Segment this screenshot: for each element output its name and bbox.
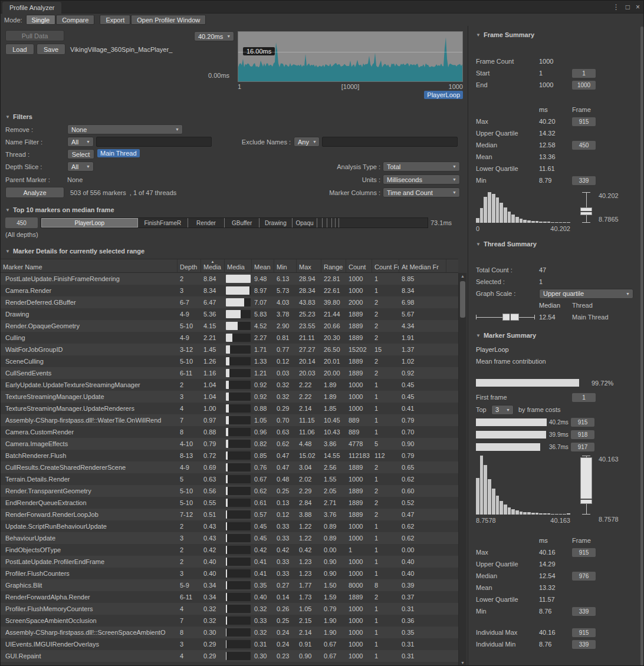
top10-segment[interactable] <box>323 218 327 228</box>
maximize-icon[interactable]: □ <box>626 3 630 11</box>
table-row[interactable]: Graphics.Blit5-90.340.350.271.771.508000… <box>1 579 458 591</box>
frame-link-chip[interactable]: 339 <box>572 607 596 616</box>
table-row[interactable]: PostLateUpdate.ProfilerEndFrame20.400.41… <box>1 556 458 568</box>
table-scrollbar[interactable]: ▲ ▼ <box>458 273 466 666</box>
exclude-scope-dropdown[interactable]: Any ▼ <box>294 137 320 147</box>
frame-link-chip[interactable]: 915 <box>572 117 596 126</box>
table-row[interactable]: Culling4-92.212.270.8121.1120.30188921.9… <box>1 332 458 344</box>
exclude-names-input[interactable] <box>322 137 458 147</box>
table-row[interactable]: WaitForJobGroupID3-121.451.710.7727.2726… <box>1 344 458 355</box>
panel-scrollbar[interactable] <box>640 27 643 665</box>
table-row[interactable]: PostLateUpdate.FinishFrameRendering28.84… <box>1 273 458 285</box>
tab-profile-analyzer[interactable]: Profile Analyzer <box>2 2 61 14</box>
export-button[interactable]: Export <box>100 15 130 25</box>
table-row[interactable]: Assembly-CSharp-firstpass.dll!::ScreenSp… <box>1 627 458 638</box>
open-profiler-window-button[interactable]: Open Profiler Window <box>131 15 206 25</box>
frame-link-chip[interactable]: 450 <box>572 141 596 150</box>
mode-single-button[interactable]: Single <box>26 15 56 25</box>
thread-summary-header[interactable]: ▼Thread Summary <box>476 240 640 249</box>
thread-row[interactable]: 12.54 Main Thread <box>476 311 640 323</box>
analyze-button[interactable]: Analyze <box>5 187 64 198</box>
frame-link-chip[interactable]: 339 <box>572 176 596 185</box>
frame-link-chip[interactable]: 976 <box>572 572 596 581</box>
frame-link-chip[interactable]: 918 <box>571 430 594 439</box>
marker-details-header[interactable]: ▼Marker Details for currently selected r… <box>5 248 144 255</box>
column-header-at-median[interactable]: At Median Fr <box>399 259 446 272</box>
marker-summary-header[interactable]: ▼Marker Summary <box>476 332 640 340</box>
column-header-count[interactable]: Count <box>346 259 372 272</box>
mode-compare-button[interactable]: Compare <box>56 15 94 25</box>
top10-segment[interactable]: Drawing <box>259 218 293 228</box>
start-frame-chip[interactable]: 1 <box>572 69 596 78</box>
top10-section-header[interactable]: ▼Top 10 markers on median frame <box>5 206 114 213</box>
table-row[interactable]: CullResults.CreateSharedRendererScene4-9… <box>1 461 458 473</box>
table-row[interactable]: Camera.ImageEffects4-100.790.820.624.483… <box>1 438 458 450</box>
table-row[interactable]: FindObjectsOfType20.420.420.420.420.0011… <box>1 544 458 556</box>
table-row[interactable]: Profiler.FlushMemoryCounters40.320.320.2… <box>1 603 458 615</box>
first-frame-chip[interactable]: 1 <box>572 393 596 402</box>
close-icon[interactable]: × <box>636 3 640 11</box>
table-row[interactable]: BatchRenderer.Flush8-130.720.850.4715.02… <box>1 450 458 461</box>
table-row[interactable]: EarlyUpdate.UpdateTextureStreamingManage… <box>1 379 458 391</box>
column-header-mean[interactable]: Mean <box>252 259 274 272</box>
column-header-min[interactable]: Min <box>274 259 297 272</box>
chart-scale-dropdown[interactable]: 40.20ms ▼ <box>194 31 234 41</box>
top10-bar[interactable]: PlayerLoopFinishFrameRRenderGBufferDrawi… <box>41 217 428 228</box>
name-filter-input[interactable] <box>96 137 212 147</box>
scroll-down-icon[interactable]: ▼ <box>459 660 466 666</box>
end-frame-chip[interactable]: 1000 <box>572 81 596 90</box>
marker-columns-dropdown[interactable]: Time and Count ▼ <box>383 187 460 197</box>
table-row[interactable]: Assembly-CSharp-firstpass.dll!::WaterTil… <box>1 414 458 426</box>
table-row[interactable]: GUI.Repaint40.290.300.230.900.67100010.3… <box>1 650 458 662</box>
top10-segment[interactable]: FinishFrameR <box>138 218 188 228</box>
column-header-name[interactable]: Marker Name <box>1 259 178 272</box>
selected-marker-chip[interactable]: PlayerLoop <box>424 91 463 99</box>
table-row[interactable]: UIEvents.IMGUIRenderOverlays30.290.310.2… <box>1 638 458 650</box>
graph-scale-dropdown[interactable]: Upper quartile ▼ <box>539 289 633 299</box>
top10-segment[interactable] <box>317 218 323 228</box>
top-count-dropdown[interactable]: 3 ▼ <box>491 405 514 415</box>
top10-segment[interactable] <box>336 218 339 228</box>
table-row[interactable]: ScreenSpaceAmbientOcclusion70.320.330.25… <box>1 615 458 627</box>
analysis-type-dropdown[interactable]: Total ▼ <box>383 161 460 172</box>
top10-segment[interactable]: PlayerLoop <box>41 218 138 228</box>
depth-slice-dropdown[interactable]: All ▼ <box>67 161 94 172</box>
units-dropdown[interactable]: Milliseconds ▼ <box>383 174 460 184</box>
thread-select-button[interactable]: Select <box>67 149 94 159</box>
column-header-range[interactable]: Range <box>321 259 346 272</box>
column-header-median[interactable]: Media▲ <box>201 259 225 272</box>
frame-summary-header[interactable]: ▼Frame Summary <box>476 31 640 39</box>
table-row[interactable]: Update.ScriptRunBehaviourUpdate20.430.45… <box>1 520 458 532</box>
frame-link-chip[interactable]: 915 <box>571 418 594 427</box>
column-header-depth[interactable]: Depth <box>178 259 201 272</box>
menu-icon[interactable]: ⋮ <box>613 3 620 11</box>
table-row[interactable]: Drawing4-95.365.833.7825.2321.44188925.6… <box>1 308 458 320</box>
top10-segment[interactable]: Opaqu <box>293 218 318 228</box>
load-button[interactable]: Load <box>5 44 34 55</box>
table-row[interactable]: CullSendEvents6-111.161.210.0320.0320.00… <box>1 367 458 379</box>
frame-link-chip[interactable]: 915 <box>572 548 596 557</box>
frame-link-chip[interactable]: 339 <box>572 640 596 649</box>
table-row[interactable]: Terrain.Details.Render50.630.670.482.021… <box>1 473 458 485</box>
top10-segment[interactable]: GBuffer <box>225 218 259 228</box>
scroll-up-icon[interactable]: ▲ <box>459 273 466 280</box>
remove-dropdown[interactable]: None ▼ <box>67 124 183 134</box>
save-button[interactable]: Save <box>37 44 65 55</box>
table-row[interactable]: BehaviourUpdate30.430.450.331.220.891000… <box>1 532 458 544</box>
selected-thread-chip[interactable]: Main Thread <box>97 149 140 157</box>
table-row[interactable]: RenderForwardAlpha.Render6-110.340.400.1… <box>1 591 458 603</box>
table-row[interactable]: TextureStreamingManager.Update31.040.920… <box>1 391 458 403</box>
column-header-count-frame[interactable]: Count Fra <box>372 259 399 272</box>
table-row[interactable]: Render.OpaqueGeometry5-104.154.522.9023.… <box>1 320 458 332</box>
table-row[interactable]: EndRenderQueueExtraction5-100.550.610.13… <box>1 497 458 509</box>
name-filter-scope-dropdown[interactable]: All ▼ <box>67 137 94 147</box>
filters-section-header[interactable]: ▼Filters <box>5 113 32 120</box>
table-row[interactable]: Camera.Render38.348.975.7328.3422.611000… <box>1 285 458 296</box>
table-row[interactable]: RenderForward.RenderLoopJob7-120.510.570… <box>1 509 458 520</box>
top10-segment[interactable] <box>327 218 331 228</box>
pull-data-button[interactable]: Pull Data <box>5 30 64 41</box>
table-scrollbar-thumb[interactable] <box>460 281 465 318</box>
column-header-median-bar[interactable]: Media <box>225 259 252 272</box>
table-row[interactable]: SceneCulling5-101.261.330.1220.1420.0118… <box>1 355 458 367</box>
table-row[interactable]: TextureStreamingManager.UpdateRenderers4… <box>1 403 458 414</box>
